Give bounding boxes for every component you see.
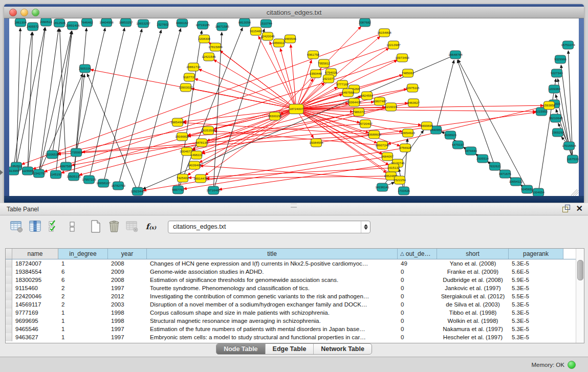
table-cell[interactable]: 5.3E-5 — [509, 325, 563, 333]
network-node[interactable]: 12421546 — [202, 53, 216, 61]
network-node[interactable]: 16648784 — [448, 51, 463, 59]
table-cell[interactable]: 1 — [58, 317, 108, 325]
table-cell[interactable]: Tibbo et al. (1998) — [437, 309, 509, 317]
table-cell[interactable]: 2008 — [108, 259, 147, 268]
network-edge[interactable] — [118, 30, 161, 186]
network-node[interactable]: 9187733 — [183, 73, 196, 81]
delete-trash-button[interactable] — [105, 218, 123, 235]
network-edge[interactable] — [280, 49, 296, 109]
table-cell[interactable]: Stergiakouli et al. (2012) — [437, 292, 509, 300]
table-cell[interactable]: 2 — [58, 300, 108, 309]
tab-node-table[interactable]: Node Table — [216, 344, 265, 354]
table-cell[interactable]: 18724007 — [12, 259, 58, 268]
network-node[interactable]: 1593858 — [543, 101, 556, 110]
table-cell[interactable]: 5.3E-5 — [509, 259, 563, 268]
network-node[interactable]: 10688609 — [367, 130, 381, 139]
new-document-button[interactable] — [87, 218, 104, 235]
network-node[interactable]: 2087682 — [359, 18, 372, 27]
network-node[interactable]: 8813054 — [238, 18, 251, 27]
network-node[interactable]: 10653257 — [136, 19, 150, 28]
table-cell[interactable]: 18300295 — [12, 276, 58, 284]
table-cell[interactable]: 0 — [398, 325, 437, 333]
network-node[interactable]: 13505135 — [67, 172, 81, 181]
network-node[interactable]: 16853257 — [119, 18, 133, 27]
table-cell[interactable]: 1997 — [108, 284, 147, 292]
network-node[interactable]: 8878134 — [195, 139, 208, 147]
table-cell[interactable]: Estimation of the future numbers of pati… — [147, 325, 398, 333]
network-node[interactable]: 1167533 — [567, 155, 579, 163]
network-node[interactable]: 7632621 — [489, 162, 502, 170]
network-node[interactable]: 2090513 — [40, 18, 53, 26]
network-node[interactable]: 7955812 — [318, 59, 331, 68]
table-cell[interactable]: 5.3E-5 — [509, 300, 563, 309]
table-cell[interactable]: 0 — [398, 268, 437, 276]
table-cell[interactable]: 19384554 — [12, 268, 58, 276]
table-cell[interactable]: 5.9E-5 — [509, 276, 563, 284]
network-canvas[interactable]: 1861304240557220905131812505208914067646… — [4, 18, 584, 196]
network-node[interactable]: 17957225 — [82, 176, 96, 184]
network-node[interactable]: 7646462 — [81, 18, 94, 27]
network-edge[interactable] — [13, 32, 32, 171]
resize-grip-icon[interactable] — [571, 189, 578, 195]
collapsed-panel-arrow-icon[interactable] — [0, 170, 3, 175]
network-node[interactable]: 20891406 — [66, 21, 80, 30]
network-node[interactable]: 1569293 — [552, 128, 564, 137]
network-node[interactable]: 6497568 — [342, 89, 355, 97]
table-cell[interactable]: 5.3E-5 — [509, 317, 563, 325]
table-cell[interactable]: 2003 — [108, 300, 147, 309]
table-cell[interactable]: 0 — [398, 276, 437, 284]
table-cell[interactable]: 9465546 — [12, 325, 58, 333]
network-node[interactable]: 3824554 — [361, 92, 374, 100]
network-edge[interactable] — [214, 109, 296, 129]
network-node[interactable]: 16353594 — [201, 126, 215, 135]
network-node[interactable]: 10719185 — [195, 21, 210, 29]
table-cell[interactable]: 22420046 — [12, 292, 58, 300]
table-cell[interactable]: 1997 — [108, 325, 147, 333]
network-node[interactable]: 15716485 — [206, 186, 221, 194]
table-cell[interactable]: Jankovic et al. (1997) — [437, 284, 509, 292]
network-node[interactable]: 2905334 — [79, 64, 92, 73]
network-node[interactable]: 19166829 — [175, 133, 189, 141]
vertical-scrollbar[interactable] — [576, 249, 584, 343]
network-node[interactable]: 1209383 — [548, 85, 561, 93]
tab-edge-table[interactable]: Edge Table — [266, 344, 314, 354]
zoom-button[interactable] — [32, 9, 39, 16]
network-node[interactable]: 9465546 — [284, 35, 297, 43]
table-cell[interactable]: Nakamura et al. (1997) — [437, 325, 509, 333]
network-node[interactable]: 9684067 — [381, 152, 394, 161]
table-cell[interactable]: 9777169 — [12, 309, 58, 317]
column-header-name[interactable]: name — [12, 249, 58, 259]
table-row[interactable]: 1456911722003Disruption of a novel membe… — [6, 300, 576, 309]
network-node[interactable]: 8471676 — [499, 170, 512, 178]
table-row[interactable]: 2242004622012Investigating the contribut… — [6, 292, 576, 300]
table-row[interactable]: 1872400712008Changes of HCN gene express… — [6, 259, 576, 268]
network-node[interactable]: 1615132 — [387, 164, 400, 172]
table-cell[interactable]: 5.5E-5 — [509, 292, 563, 300]
table-cell[interactable]: Yano et al. (2008) — [437, 259, 509, 268]
minimize-button[interactable] — [20, 9, 28, 16]
network-node[interactable]: 2935514 — [476, 155, 489, 163]
column-header-out_de[interactable]: △out_de… — [398, 249, 437, 259]
network-node[interactable]: 15720407 — [358, 120, 373, 128]
table-cell[interactable]: 2012 — [108, 292, 147, 300]
table-cell[interactable]: Disruption of a novel member of a sodium… — [147, 300, 398, 309]
network-node[interactable]: 18300295 — [268, 112, 282, 120]
table-cell[interactable]: Estimation of significance thresholds fo… — [147, 276, 398, 284]
table-panel-titlebar[interactable]: Table Panel ✕ — [0, 203, 588, 215]
table-row[interactable]: 911546021997Tourette syndrome. Phenomeno… — [6, 284, 576, 292]
network-node[interactable]: 1527602 — [157, 20, 169, 29]
network-node[interactable]: 12975115 — [405, 84, 420, 92]
table-cell[interactable]: 5.3E-5 — [509, 333, 563, 341]
table-row[interactable]: 969969511998Structural magnetic resonanc… — [6, 317, 576, 325]
network-node[interactable]: 9777169 — [336, 80, 349, 89]
network-edge[interactable] — [213, 60, 296, 109]
table-cell[interactable]: 6 — [58, 268, 108, 276]
table-cell[interactable]: 0 — [398, 284, 437, 292]
network-node[interactable]: 18724007 — [289, 104, 303, 114]
table-cell[interactable]: 5.3E-5 — [509, 284, 563, 292]
network-node[interactable]: 12342757 — [32, 169, 46, 178]
table-cell[interactable]: 1 — [58, 325, 108, 333]
network-edge[interactable] — [436, 60, 454, 130]
table-row[interactable]: 977716911998Corpus callosum shape and si… — [6, 309, 576, 317]
table-cell[interactable]: 2 — [58, 292, 108, 300]
